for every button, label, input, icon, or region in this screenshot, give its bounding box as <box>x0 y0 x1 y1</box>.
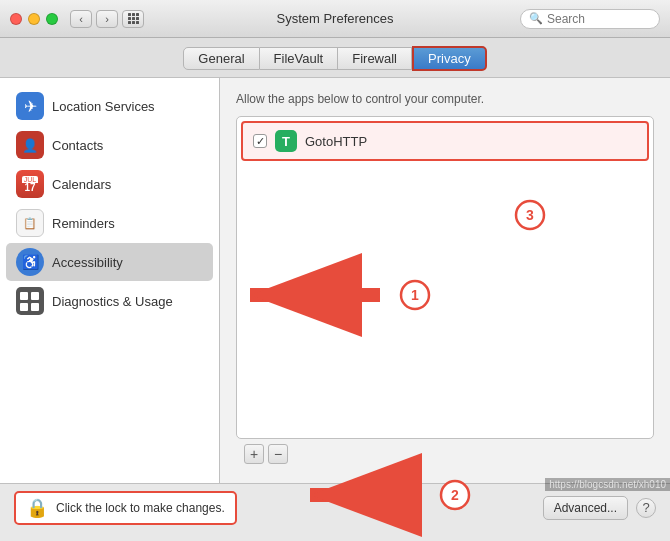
sidebar-label-reminders: Reminders <box>52 216 115 231</box>
window-title: System Preferences <box>276 11 393 26</box>
lock-section[interactable]: 🔒 Click the lock to make changes. <box>14 491 237 525</box>
list-controls: + − <box>236 439 654 469</box>
app-icon-gotohttp: T <box>275 130 297 152</box>
remove-app-button[interactable]: − <box>268 444 288 464</box>
diagnostics-icon <box>16 287 44 315</box>
tab-privacy[interactable]: Privacy <box>412 46 487 71</box>
maximize-button[interactable] <box>46 13 58 25</box>
nav-buttons: ‹ › <box>70 10 118 28</box>
lock-icon: 🔒 <box>26 497 48 519</box>
sidebar-label-diagnostics: Diagnostics & Usage <box>52 294 173 309</box>
grid-button[interactable] <box>122 10 144 28</box>
panel-description: Allow the apps below to control your com… <box>236 92 654 106</box>
search-input[interactable] <box>547 12 651 26</box>
minimize-button[interactable] <box>28 13 40 25</box>
lock-text: Click the lock to make changes. <box>56 501 225 515</box>
search-icon: 🔍 <box>529 12 543 25</box>
right-panel: Allow the apps below to control your com… <box>220 78 670 483</box>
grid-icon <box>128 13 139 24</box>
advanced-button[interactable]: Advanced... <box>543 496 628 520</box>
add-app-button[interactable]: + <box>244 444 264 464</box>
sidebar-label-contacts: Contacts <box>52 138 103 153</box>
app-checkbox-gotohttp[interactable]: ✓ <box>253 134 267 148</box>
sidebar-item-contacts[interactable]: 👤 Contacts <box>6 126 213 164</box>
sidebar-item-calendars[interactable]: JUL 17 Calendars <box>6 165 213 203</box>
tab-filevault[interactable]: FileVault <box>260 47 339 70</box>
app-name-gotohttp: GotoHTTP <box>305 134 367 149</box>
back-button[interactable]: ‹ <box>70 10 92 28</box>
sidebar-label-location: Location Services <box>52 99 155 114</box>
search-bar[interactable]: 🔍 <box>520 9 660 29</box>
contacts-icon: 👤 <box>16 131 44 159</box>
sidebar-label-calendars: Calendars <box>52 177 111 192</box>
content-area: ✈ Location Services 👤 Contacts JUL 17 Ca… <box>0 78 670 483</box>
bottom-bar: 🔒 Click the lock to make changes. Advanc… <box>0 483 670 531</box>
sidebar-label-accessibility: Accessibility <box>52 255 123 270</box>
reminders-icon: 📋 <box>16 209 44 237</box>
forward-button[interactable]: › <box>96 10 118 28</box>
tab-bar: General FileVault Firewall Privacy <box>0 38 670 78</box>
title-bar: ‹ › System Preferences 🔍 <box>0 0 670 38</box>
app-list: ✓ T GotoHTTP <box>236 116 654 439</box>
sidebar-item-location[interactable]: ✈ Location Services <box>6 87 213 125</box>
traffic-lights <box>10 13 58 25</box>
app-list-item-gotohttp[interactable]: ✓ T GotoHTTP <box>241 121 649 161</box>
close-button[interactable] <box>10 13 22 25</box>
bottom-right: Advanced... ? <box>543 496 656 520</box>
sidebar-item-accessibility[interactable]: ♿ Accessibility <box>6 243 213 281</box>
sidebar: ✈ Location Services 👤 Contacts JUL 17 Ca… <box>0 78 220 483</box>
location-icon: ✈ <box>16 92 44 120</box>
tab-firewall[interactable]: Firewall <box>338 47 412 70</box>
tab-general[interactable]: General <box>183 47 259 70</box>
help-button[interactable]: ? <box>636 498 656 518</box>
calendars-icon: JUL 17 <box>16 170 44 198</box>
sidebar-item-reminders[interactable]: 📋 Reminders <box>6 204 213 242</box>
accessibility-icon: ♿ <box>16 248 44 276</box>
sidebar-item-diagnostics[interactable]: Diagnostics & Usage <box>6 282 213 320</box>
